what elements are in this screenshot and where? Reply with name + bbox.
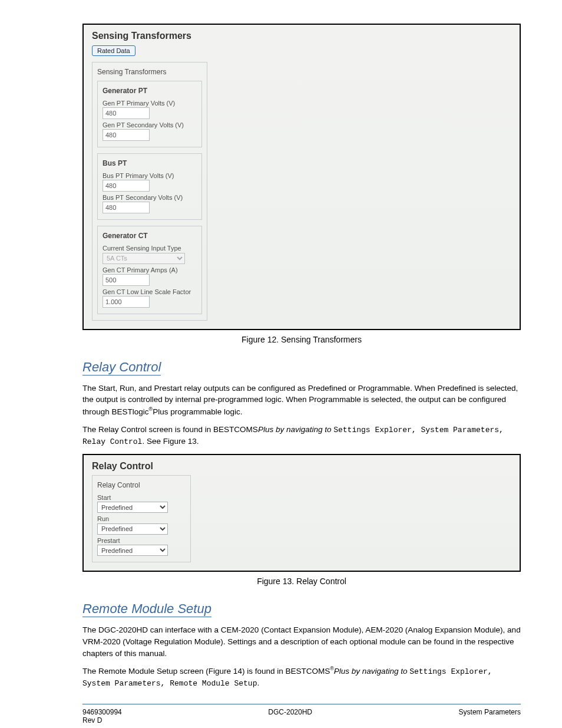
sensing-group-legend: Sensing Transformers	[97, 68, 167, 76]
generator-pt-group: Generator PT Gen PT Primary Volts (V) Ge…	[97, 81, 202, 147]
bus-pt-group: Bus PT Bus PT Primary Volts (V) Bus PT S…	[97, 153, 202, 220]
current-sensing-type-label: Current Sensing Input Type	[103, 245, 197, 252]
relay-control-path-paragraph: The Relay Control screen is found in BES…	[82, 423, 521, 448]
remote-module-path-paragraph: The Remote Module Setup screen (Figure 1…	[82, 665, 521, 690]
footer-section: System Parameters	[459, 708, 521, 724]
generator-ct-group: Generator CT Current Sensing Input Type …	[97, 226, 202, 314]
relay-run-select[interactable]: Predefined	[97, 523, 168, 535]
relay-prestart-select[interactable]: Predefined	[97, 545, 168, 556]
gen-ct-primary-input[interactable]	[103, 274, 150, 286]
relay-control-panel: Relay Control Relay Control Start Predef…	[82, 454, 521, 572]
bus-pt-primary-input[interactable]	[103, 180, 150, 192]
relay-start-select[interactable]: Predefined	[97, 502, 168, 513]
relay-control-paragraph: The Start, Run, and Prestart relay outpu…	[82, 383, 521, 417]
figure-12-caption: Figure 12. Sensing Transformers	[82, 335, 521, 344]
bus-pt-secondary-label: Bus PT Secondary Volts (V)	[103, 194, 197, 201]
bus-pt-primary-label: Bus PT Primary Volts (V)	[103, 172, 197, 179]
relay-start-label: Start	[97, 494, 186, 501]
page-footer: 9469300994 Rev D DGC-2020HD System Param…	[82, 704, 521, 724]
gen-pt-primary-label: Gen PT Primary Volts (V)	[103, 100, 197, 107]
relay-run-label: Run	[97, 515, 186, 522]
bus-pt-secondary-input[interactable]	[103, 202, 150, 213]
relay-control-heading: Relay Control	[82, 360, 161, 375]
footer-revision: Rev D	[82, 716, 102, 724]
generator-pt-legend: Generator PT	[103, 87, 148, 95]
relay-panel-title: Relay Control	[92, 461, 511, 472]
gen-pt-secondary-input[interactable]	[103, 129, 150, 141]
relay-prestart-label: Prestart	[97, 537, 186, 544]
gen-ct-scale-input[interactable]	[103, 296, 150, 308]
sensing-panel-title: Sensing Transformers	[92, 31, 511, 41]
current-sensing-type-select: 5A CTs	[103, 253, 185, 264]
gen-ct-scale-label: Gen CT Low Line Scale Factor	[103, 288, 197, 295]
relay-group-legend: Relay Control	[97, 481, 141, 489]
bus-pt-legend: Bus PT	[103, 159, 128, 167]
footer-product: DGC-2020HD	[268, 708, 312, 724]
remote-module-heading: Remote Module Setup	[82, 601, 211, 617]
gen-ct-primary-label: Gen CT Primary Amps (A)	[103, 266, 197, 274]
footer-doc-number: 9469300994	[82, 708, 122, 716]
gen-pt-secondary-label: Gen PT Secondary Volts (V)	[103, 121, 197, 129]
sensing-transformers-panel: Sensing Transformers Rated Data Sensing …	[82, 24, 521, 330]
trademark-icon: ®	[330, 666, 334, 671]
generator-ct-legend: Generator CT	[103, 232, 149, 240]
rated-data-tab[interactable]: Rated Data	[92, 45, 135, 56]
figure-13-caption: Figure 13. Relay Control	[82, 577, 521, 586]
relay-group: Relay Control Start Predefined Run Prede…	[92, 475, 191, 563]
gen-pt-primary-input[interactable]	[103, 107, 150, 119]
remote-module-paragraph-1: The DGC-2020HD can interface with a CEM-…	[82, 624, 521, 659]
sensing-group: Sensing Transformers Generator PT Gen PT…	[92, 62, 207, 321]
